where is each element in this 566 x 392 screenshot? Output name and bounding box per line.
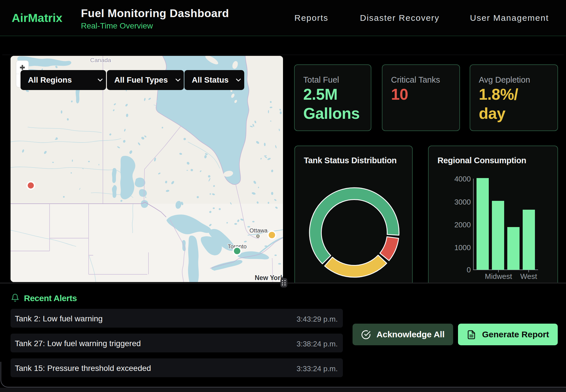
svg-text:New York: New York <box>255 274 283 281</box>
svg-text:Canada: Canada <box>90 57 111 63</box>
svg-text:Ottawa: Ottawa <box>249 227 268 234</box>
